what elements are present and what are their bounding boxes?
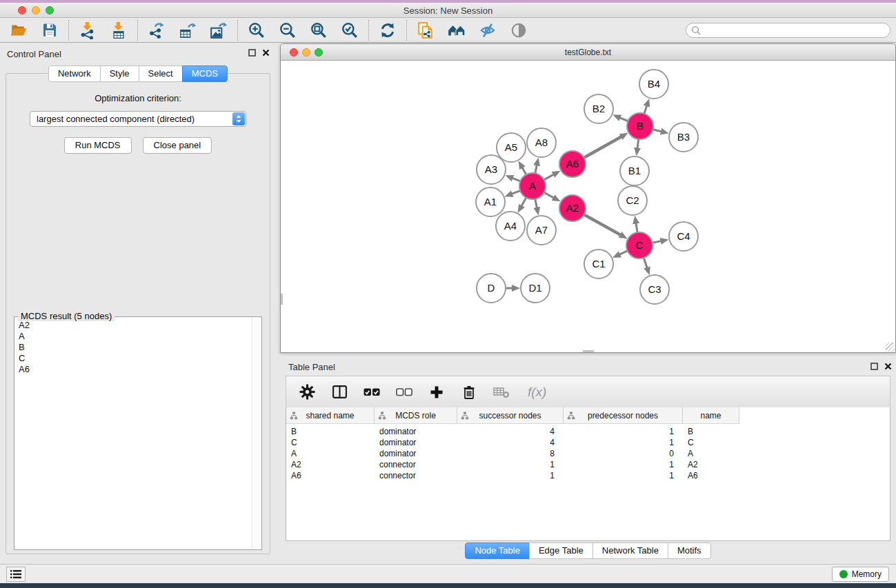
zoom-selected-icon[interactable]: [340, 21, 359, 40]
result-item[interactable]: A2: [19, 320, 251, 331]
run-mcds-button[interactable]: Run MCDS: [64, 137, 132, 154]
node-C2[interactable]: C2: [618, 186, 647, 215]
save-session-icon[interactable]: [40, 21, 59, 40]
edge-A-A7[interactable]: [535, 199, 537, 209]
tab-select[interactable]: Select: [139, 65, 183, 82]
tab-mcds[interactable]: MCDS: [182, 65, 228, 82]
network-window-titlebar[interactable]: testGlobe.txt: [281, 44, 895, 61]
float-panel-icon[interactable]: [248, 49, 256, 57]
tab-network-table[interactable]: Network Table: [593, 543, 668, 559]
function-builder-icon[interactable]: f(x): [525, 383, 555, 401]
zoom-in-icon[interactable]: [247, 21, 266, 40]
hide-details-icon[interactable]: [478, 21, 497, 40]
table-row[interactable]: Bdominator41B: [286, 426, 739, 437]
edge-A-A2[interactable]: [544, 192, 555, 198]
node-A7[interactable]: A7: [527, 216, 556, 245]
tab-edge-table[interactable]: Edge Table: [529, 543, 593, 559]
close-panel-button[interactable]: Close panel: [143, 137, 212, 154]
tab-motifs[interactable]: Motifs: [668, 543, 711, 559]
criterion-dropdown[interactable]: largest connected component (directed): [30, 111, 246, 127]
tab-node-table[interactable]: Node Table: [465, 543, 530, 559]
node-D[interactable]: D: [477, 274, 506, 303]
edge-B-B4[interactable]: [644, 105, 647, 114]
deselect-all-icon[interactable]: [395, 383, 413, 401]
node-A6[interactable]: A6: [559, 151, 586, 177]
search-field[interactable]: [686, 23, 890, 38]
edge-A6-B[interactable]: [584, 136, 622, 158]
delete-column-icon[interactable]: [460, 383, 478, 401]
import-network-icon[interactable]: [78, 21, 97, 40]
select-all-icon[interactable]: [363, 383, 381, 401]
table-row[interactable]: A2connector11A2: [286, 459, 739, 470]
edge-B-B3[interactable]: [653, 130, 662, 132]
node-D1[interactable]: D1: [521, 274, 550, 303]
edge-A-A3[interactable]: [512, 178, 521, 181]
tab-network[interactable]: Network: [48, 65, 101, 82]
export-image-icon[interactable]: [209, 21, 228, 40]
edge-A-A6[interactable]: [544, 174, 555, 179]
result-item[interactable]: C: [19, 353, 251, 364]
edge-A-A4[interactable]: [521, 198, 526, 207]
tab-style[interactable]: Style: [100, 65, 139, 82]
home-layout-icon[interactable]: [447, 21, 466, 40]
column-header-shared-name[interactable]: shared name: [286, 407, 375, 424]
node-C[interactable]: C: [626, 232, 653, 258]
result-item[interactable]: A: [19, 331, 251, 342]
import-table-icon[interactable]: [109, 21, 128, 40]
table-row[interactable]: A6connector11A6: [286, 470, 739, 481]
node-A4[interactable]: A4: [496, 212, 525, 241]
split-panel-icon[interactable]: [330, 383, 348, 401]
node-A[interactable]: A: [519, 173, 546, 199]
node-B2[interactable]: B2: [584, 94, 613, 123]
node-A5[interactable]: A5: [497, 133, 526, 162]
edge-A-A1[interactable]: [511, 191, 520, 194]
task-history-button[interactable]: [6, 567, 26, 582]
export-table-icon[interactable]: [178, 21, 197, 40]
table-row[interactable]: Adominator80A: [286, 448, 739, 459]
node-B4[interactable]: B4: [639, 70, 668, 99]
node-C3[interactable]: C3: [640, 275, 669, 304]
search-input[interactable]: [701, 24, 890, 37]
result-item[interactable]: B: [19, 342, 251, 353]
edge-A2-C[interactable]: [584, 214, 621, 235]
node-B[interactable]: B: [627, 113, 653, 139]
show-details-icon[interactable]: [509, 21, 528, 40]
table-row[interactable]: Cdominator41C: [286, 437, 739, 448]
horizontal-scroll-thumb[interactable]: [583, 350, 594, 352]
result-scrollbar[interactable]: [252, 318, 261, 549]
edge-C-C3[interactable]: [644, 258, 647, 269]
resize-grip[interactable]: [886, 343, 895, 352]
close-panel-icon[interactable]: [262, 49, 270, 57]
edge-A-A5[interactable]: [521, 167, 526, 174]
edge-A-A8[interactable]: [535, 164, 537, 173]
node-C4[interactable]: C4: [669, 222, 698, 251]
refresh-view-icon[interactable]: [378, 21, 397, 40]
node-A8[interactable]: A8: [527, 128, 556, 157]
column-header-predecessor-nodes[interactable]: predecessor nodes: [564, 407, 683, 424]
node-A1[interactable]: A1: [476, 187, 505, 216]
vertical-scroll-thumb[interactable]: [281, 294, 283, 305]
open-session-icon[interactable]: [9, 21, 28, 40]
export-network-icon[interactable]: [147, 21, 166, 40]
node-A3[interactable]: A3: [477, 155, 506, 184]
edge-B-B2[interactable]: [619, 117, 628, 121]
memory-button[interactable]: Memory: [832, 567, 889, 582]
node-B1[interactable]: B1: [620, 156, 649, 185]
node-C1[interactable]: C1: [584, 250, 613, 278]
duplicate-network-icon[interactable]: [416, 21, 435, 40]
zoom-out-icon[interactable]: [278, 21, 297, 40]
zoom-fit-icon[interactable]: [309, 21, 328, 40]
float-panel-icon[interactable]: [870, 363, 878, 370]
delete-table-icon[interactable]: [492, 383, 510, 401]
column-header-successor-nodes[interactable]: successor nodes: [457, 407, 564, 424]
edge-B-B1[interactable]: [637, 139, 639, 149]
add-column-icon[interactable]: [428, 383, 446, 401]
table-settings-icon[interactable]: [298, 383, 316, 401]
column-header-MCDS-role[interactable]: MCDS role: [375, 407, 457, 424]
edge-C-C4[interactable]: [653, 241, 662, 243]
edge-C-C1[interactable]: [619, 251, 628, 255]
close-panel-icon[interactable]: [884, 363, 892, 370]
edge-C-C2[interactable]: [636, 223, 637, 233]
node-A2[interactable]: A2: [559, 195, 586, 221]
node-B3[interactable]: B3: [669, 123, 698, 152]
